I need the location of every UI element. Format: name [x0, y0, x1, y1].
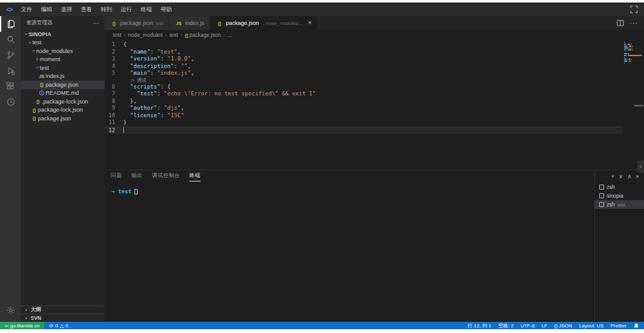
- status-bar-right: 行 12, 列 1空格: 2UTF-8LF{} JSONLayout: USPr…: [468, 322, 644, 329]
- sidebar-header: 资源管理器 ···: [21, 16, 105, 30]
- panel-tab[interactable]: 调试控制台: [152, 172, 180, 181]
- js-file-icon: JS: [175, 21, 182, 26]
- terminal-dropdown-icon[interactable]: ∨: [619, 174, 623, 180]
- codelens-debug-action[interactable]: ▷ 调试: [105, 77, 623, 84]
- panel-actions: +∨∧×: [595, 170, 644, 183]
- title-bar: <> 文件编辑选择查看转到运行终端帮助: [0, 2, 644, 16]
- tree-item[interactable]: ›test: [21, 39, 105, 47]
- breadcrumb-separator: ›: [223, 32, 225, 38]
- editor-tab[interactable]: {}package.jsontest: [105, 16, 169, 30]
- bottom-panel: ‹ 问题输出调试控制台终端 →test +∨∧× ›zsh›sinopia›zs…: [105, 170, 644, 322]
- notifications-bell-icon[interactable]: [633, 323, 639, 329]
- problems-status[interactable]: ⊘ 0 △ 0: [49, 323, 69, 329]
- terminal-list-item[interactable]: ›sinopia: [595, 191, 644, 200]
- code-line: 3 "version": "1.0.0",: [105, 56, 623, 63]
- json-file-icon: {}: [38, 82, 45, 87]
- terminal-output[interactable]: →test: [105, 184, 594, 322]
- sidebar-section-svn[interactable]: ›SVN: [21, 314, 105, 322]
- split-editor-icon[interactable]: [617, 19, 624, 27]
- tab-label: package.json: [120, 20, 153, 26]
- terminal-prompt: →: [111, 188, 115, 195]
- run-debug-icon[interactable]: [0, 63, 21, 79]
- tree-item[interactable]: {}.package-lock.json: [21, 97, 105, 106]
- maximize-panel-icon[interactable]: ∧: [627, 174, 632, 180]
- settings-icon[interactable]: [0, 302, 21, 318]
- close-panel-icon[interactable]: ×: [636, 174, 639, 180]
- json-file-icon: {}: [34, 99, 42, 104]
- fullscreen-icon[interactable]: [630, 6, 638, 13]
- code-line: 5 "main": "index.js",: [105, 70, 623, 77]
- terminal-command: test: [118, 188, 131, 195]
- sidebar-more-icon[interactable]: ···: [93, 20, 99, 27]
- timeline-icon[interactable]: [0, 94, 21, 110]
- breadcrumb-item[interactable]: test: [169, 32, 178, 38]
- tree-item-label: SINOPIA: [29, 31, 51, 37]
- breadcrumb-separator: ›: [124, 32, 126, 38]
- close-icon[interactable]: ×: [308, 20, 312, 26]
- status-item[interactable]: 行 12, 列 1: [468, 322, 491, 329]
- chevron-right-icon: ›: [34, 57, 40, 62]
- scrollbar-thumb[interactable]: [634, 105, 643, 107]
- tree-item-label: moment: [40, 56, 60, 62]
- tree-item[interactable]: ›node_modules: [21, 47, 105, 56]
- menu-item[interactable]: 查看: [81, 6, 92, 14]
- editor-more-actions-icon[interactable]: ···: [630, 20, 638, 27]
- status-item[interactable]: LF: [541, 323, 547, 329]
- breadcrumb-item[interactable]: ...: [227, 32, 232, 38]
- breadcrumb-item[interactable]: test: [113, 32, 121, 38]
- remote-indicator[interactable]: >< go.titanide.cn: [0, 322, 44, 329]
- code-line: 4 "description": "",: [105, 63, 623, 70]
- code-content: 1{2 "name": "test",3 "version": "1.0.0",…: [105, 40, 623, 170]
- tree-item-label: test: [32, 39, 42, 46]
- tree-item[interactable]: iREADME.md: [21, 89, 105, 98]
- new-terminal-icon[interactable]: +: [611, 174, 614, 180]
- source-control-icon[interactable]: [0, 47, 21, 63]
- menu-item[interactable]: 转到: [101, 6, 112, 14]
- menu-item[interactable]: 编辑: [41, 6, 52, 14]
- breadcrumb: test›node_modules›test›{} package.json›.…: [105, 30, 644, 40]
- terminal-name: zsh: [607, 184, 615, 190]
- status-item[interactable]: {} JSON: [554, 323, 572, 329]
- panel-tab[interactable]: 终端: [189, 172, 201, 181]
- breadcrumb-item[interactable]: node_modules: [128, 32, 163, 38]
- status-item[interactable]: UTF-8: [521, 323, 535, 329]
- panel-tab[interactable]: 问题: [111, 172, 122, 181]
- code-editor[interactable]: 1{2 "name": "test",3 "version": "1.0.0",…: [105, 40, 644, 170]
- tree-item[interactable]: ›test: [21, 64, 105, 72]
- search-icon[interactable]: [0, 32, 21, 47]
- terminal-list-item[interactable]: ›zsh: [595, 183, 644, 191]
- status-item[interactable]: Layout: US: [579, 323, 604, 329]
- editor-group: {}package.jsontestJSindex.js{}package.js…: [105, 16, 644, 322]
- line-number: 5: [105, 70, 123, 77]
- breadcrumb-item[interactable]: {} package.json: [185, 32, 221, 38]
- status-item[interactable]: 空格: 2: [498, 322, 514, 329]
- tree-item[interactable]: {}package.json: [21, 80, 105, 89]
- tree-item[interactable]: ›SINOPIA: [21, 30, 105, 39]
- terminal-list-item[interactable]: ›zshtest: [595, 200, 644, 209]
- tree-item[interactable]: ›moment: [21, 56, 105, 64]
- panel-tab[interactable]: 输出: [131, 172, 143, 181]
- tab-label: index.js: [185, 20, 204, 26]
- editor-tab[interactable]: {}package.json.../node_modules/...×: [211, 16, 318, 30]
- menu-item[interactable]: 文件: [21, 6, 32, 14]
- line-number: 1: [105, 41, 123, 49]
- line-number: 4: [105, 63, 123, 70]
- explorer-icon[interactable]: [0, 16, 21, 32]
- menu-item[interactable]: 帮助: [161, 6, 172, 14]
- panel-collapse-handle[interactable]: ‹: [637, 160, 644, 173]
- extensions-icon[interactable]: [0, 79, 21, 94]
- tree-item[interactable]: JSindex.js: [21, 72, 105, 81]
- json-file-icon: {}: [185, 33, 189, 37]
- menu-item[interactable]: 终端: [141, 6, 152, 14]
- explorer-sidebar: 资源管理器 ··· ›SINOPIA›test›node_modules›mom…: [21, 16, 105, 322]
- code-line: 12: [105, 127, 623, 134]
- menu-item[interactable]: 选择: [61, 6, 72, 14]
- tree-item-label: package.json: [45, 82, 78, 88]
- menu-item[interactable]: 运行: [121, 6, 132, 14]
- tree-item[interactable]: {}package.json: [21, 114, 105, 123]
- tree-item[interactable]: {}package-lock.json: [21, 106, 105, 115]
- status-item[interactable]: Prettier: [610, 323, 627, 329]
- sidebar-section-大纲[interactable]: ›大纲: [21, 306, 105, 314]
- code-line: 2 "name": "test",: [105, 49, 623, 56]
- editor-tab[interactable]: JSindex.js: [169, 16, 211, 30]
